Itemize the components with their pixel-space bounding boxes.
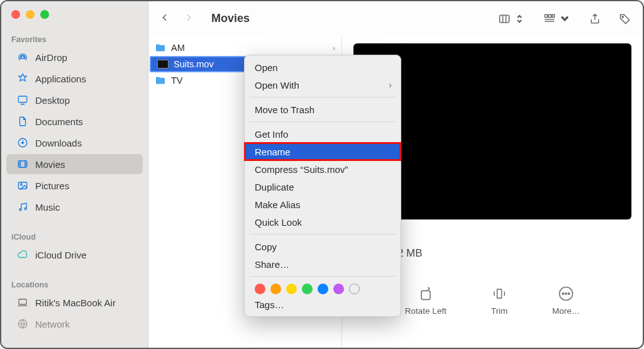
back-button[interactable] [160, 13, 170, 25]
sidebar-section-icloud: iCloud [1, 229, 148, 244]
network-icon [16, 318, 29, 330]
sidebar: Favorites AirDrop Applications Desktop D… [1, 1, 148, 348]
context-menu-open-with[interactable]: Open With› [245, 76, 401, 94]
file-label: TV [171, 75, 183, 86]
folder-icon [155, 43, 166, 52]
sidebar-item-label: Downloads [35, 138, 82, 148]
context-menu-tag-colors [245, 280, 401, 296]
applications-icon [16, 72, 29, 85]
tag-red[interactable] [255, 284, 265, 294]
sidebar-item-label: Music [35, 202, 60, 213]
toolbar: Movies [148, 1, 643, 36]
svg-point-19 [565, 293, 567, 294]
svg-rect-1 [18, 96, 27, 102]
view-columns-button[interactable] [498, 13, 526, 25]
movies-icon [16, 158, 29, 170]
svg-point-5 [20, 184, 22, 186]
sidebar-item-applications[interactable]: Applications [6, 69, 143, 89]
sidebar-item-music[interactable]: Music [6, 197, 143, 217]
sidebar-item-label: Network [35, 319, 70, 330]
sidebar-item-macbook[interactable]: Ritik's MacBook Air [6, 292, 143, 313]
tag-none[interactable] [349, 284, 360, 294]
context-menu-get-info[interactable]: Get Info [245, 125, 401, 143]
tag-yellow[interactable] [286, 284, 297, 294]
tag-blue[interactable] [318, 284, 328, 294]
svg-rect-8 [19, 299, 26, 304]
folder-icon [155, 76, 166, 85]
sidebar-item-icloud-drive[interactable]: iCloud Drive [6, 245, 143, 265]
action-label: More… [552, 306, 580, 316]
share-button[interactable] [589, 13, 601, 25]
sidebar-item-airdrop[interactable]: AirDrop [6, 47, 143, 67]
svg-point-18 [562, 293, 564, 294]
sidebar-item-documents[interactable]: Documents [6, 111, 143, 131]
menu-separator [250, 97, 396, 97]
tags-button[interactable] [619, 13, 631, 25]
svg-point-0 [21, 56, 25, 59]
downloads-icon [16, 136, 29, 149]
context-menu: Open Open With› Move to Trash Get Info R… [244, 55, 401, 317]
music-icon [16, 201, 29, 213]
menu-separator [250, 121, 396, 122]
context-menu-share[interactable]: Share… [245, 255, 401, 273]
file-label: AM [171, 43, 185, 53]
sidebar-item-label: Desktop [35, 95, 70, 106]
context-menu-rename[interactable]: Rename [245, 143, 401, 160]
airdrop-icon [16, 51, 29, 64]
svg-point-14 [622, 16, 623, 18]
svg-rect-11 [545, 14, 548, 17]
content-area: AM › Suits.mov TV › ovie - 33.2 MB [148, 36, 643, 348]
documents-icon [16, 115, 29, 128]
svg-rect-16 [497, 289, 501, 298]
sidebar-section-locations: Locations [1, 277, 148, 292]
zoom-window-button[interactable] [40, 10, 49, 19]
laptop-icon [16, 296, 29, 309]
desktop-icon [16, 94, 29, 106]
sidebar-item-downloads[interactable]: Downloads [6, 133, 143, 153]
folder-row-am[interactable]: AM › [148, 40, 341, 56]
context-menu-quick-look[interactable]: Quick Look [245, 213, 401, 231]
more-button[interactable]: More… [552, 285, 580, 316]
preview-actions: Rotate Left Trim More… [405, 285, 580, 316]
svg-point-6 [19, 209, 21, 211]
svg-rect-3 [18, 161, 27, 168]
sidebar-item-label: Ritik's MacBook Air [35, 297, 116, 308]
context-menu-duplicate[interactable]: Duplicate [245, 178, 401, 196]
group-by-button[interactable] [543, 13, 571, 25]
sidebar-item-label: Pictures [35, 180, 69, 191]
context-menu-tags[interactable]: Tags… [245, 296, 401, 313]
sidebar-item-desktop[interactable]: Desktop [6, 90, 143, 110]
sidebar-item-network[interactable]: Network [6, 314, 143, 334]
rotate-left-icon [417, 285, 435, 302]
context-menu-open[interactable]: Open [245, 58, 401, 76]
tag-green[interactable] [302, 284, 313, 294]
trim-button[interactable]: Trim [491, 285, 508, 316]
location-title: Movies [211, 12, 250, 25]
sidebar-item-label: Movies [35, 159, 65, 170]
chevron-right-icon: › [333, 43, 335, 53]
tag-purple[interactable] [333, 284, 344, 294]
chevron-right-icon: › [389, 80, 392, 90]
more-icon [557, 285, 575, 302]
context-menu-copy[interactable]: Copy [245, 238, 401, 255]
sidebar-item-movies[interactable]: Movies [6, 154, 143, 174]
main-pane: Movies [148, 1, 643, 348]
finder-window: Favorites AirDrop Applications Desktop D… [0, 0, 644, 349]
minimize-window-button[interactable] [26, 10, 35, 19]
sidebar-item-pictures[interactable]: Pictures [6, 175, 143, 196]
tag-orange[interactable] [270, 284, 281, 294]
cloud-icon [16, 248, 29, 261]
svg-point-20 [569, 293, 570, 294]
menu-separator [250, 234, 396, 235]
sidebar-section-favorites: Favorites [1, 31, 148, 47]
context-menu-compress[interactable]: Compress “Suits.mov” [245, 160, 401, 178]
video-file-icon [157, 60, 169, 69]
context-menu-make-alias[interactable]: Make Alias [245, 196, 401, 213]
rotate-left-button[interactable]: Rotate Left [405, 285, 447, 316]
svg-rect-15 [421, 291, 430, 299]
context-menu-move-to-trash[interactable]: Move to Trash [245, 101, 401, 118]
sidebar-item-label: Applications [35, 74, 86, 84]
svg-rect-13 [552, 14, 554, 17]
close-window-button[interactable] [11, 10, 20, 19]
forward-button[interactable] [184, 13, 194, 25]
